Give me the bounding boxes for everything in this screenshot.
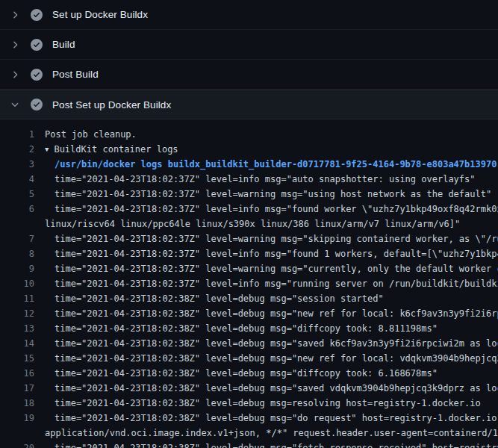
steps-list: Set up Docker BuildxBuildPost BuildPost … xyxy=(0,0,498,119)
line-number[interactable]: 13 xyxy=(0,321,45,336)
log-line: 19time="2021-04-23T18:02:38Z" level=debu… xyxy=(0,411,498,426)
log-line: 4time="2021-04-23T18:02:37Z" level=info … xyxy=(0,172,498,187)
log-text: time="2021-04-23T18:02:38Z" level=debug … xyxy=(45,306,498,321)
log-line: 12time="2021-04-23T18:02:38Z" level=debu… xyxy=(0,306,498,321)
log-text: time="2021-04-23T18:02:38Z" level=debug … xyxy=(45,291,498,306)
log-command-text: /usr/bin/docker logs buildx_buildkit_bui… xyxy=(45,157,498,172)
log-line: 7time="2021-04-23T18:02:37Z" level=warni… xyxy=(0,231,498,246)
log-text: time="2021-04-23T18:02:37Z" level=warnin… xyxy=(45,187,498,202)
log-text: time="2021-04-23T18:02:37Z" level=info m… xyxy=(45,172,498,187)
log-line: 9time="2021-04-23T18:02:37Z" level=warni… xyxy=(0,261,498,276)
line-number[interactable]: 16 xyxy=(0,366,45,381)
line-number[interactable]: 7 xyxy=(0,231,45,246)
step-label: Post Build xyxy=(52,69,99,80)
log-line: 6time="2021-04-23T18:02:37Z" level=info … xyxy=(0,202,498,217)
log-text: time="2021-04-23T18:02:38Z" level=debug … xyxy=(45,396,498,411)
log-text: linux/riscv64 linux/ppc64le linux/s390x … xyxy=(45,217,498,231)
step-label: Post Set up Docker Buildx xyxy=(52,99,171,111)
line-number[interactable]: 8 xyxy=(0,246,45,261)
step-label: Set up Docker Buildx xyxy=(52,9,148,20)
line-number xyxy=(0,426,45,441)
check-circle-icon xyxy=(31,39,43,51)
line-number[interactable]: 10 xyxy=(0,276,45,291)
step-row-build[interactable]: Build xyxy=(0,30,498,60)
chevron-right-icon[interactable] xyxy=(9,39,21,51)
log-line: 15time="2021-04-23T18:02:38Z" level=debu… xyxy=(0,351,498,366)
step-row-set-up-docker-buildx[interactable]: Set up Docker Buildx xyxy=(0,0,498,30)
line-number[interactable]: 15 xyxy=(0,351,45,366)
line-number[interactable]: 14 xyxy=(0,336,45,351)
line-number[interactable]: 11 xyxy=(0,291,45,306)
log-line: 8time="2021-04-23T18:02:37Z" level=info … xyxy=(0,246,498,261)
log-text: time="2021-04-23T18:02:38Z" level=debug … xyxy=(45,441,498,448)
line-number[interactable]: 4 xyxy=(0,172,45,187)
log-text: application/vnd.oci.image.index.v1+json,… xyxy=(45,426,498,441)
chevron-right-icon[interactable] xyxy=(9,9,21,21)
line-number[interactable]: 12 xyxy=(0,306,45,321)
log-text: time="2021-04-23T18:02:38Z" level=debug … xyxy=(45,321,498,336)
log-text: time="2021-04-23T18:02:37Z" level=info m… xyxy=(45,246,498,261)
log-line-continuation: application/vnd.oci.image.index.v1+json,… xyxy=(0,426,498,441)
line-number[interactable]: 17 xyxy=(0,381,45,396)
log-line: 16time="2021-04-23T18:02:38Z" level=debu… xyxy=(0,366,498,381)
log-line: 14time="2021-04-23T18:02:38Z" level=debu… xyxy=(0,336,498,351)
line-number[interactable]: 19 xyxy=(0,411,45,426)
log-text: Post job cleanup. xyxy=(45,127,498,142)
log-line: 2▼BuildKit container logs xyxy=(0,142,498,157)
log-text: time="2021-04-23T18:02:38Z" level=debug … xyxy=(45,351,498,366)
log-line: 3/usr/bin/docker logs buildx_buildkit_bu… xyxy=(0,157,498,172)
log-line: 11time="2021-04-23T18:02:38Z" level=debu… xyxy=(0,291,498,306)
step-row-post-build[interactable]: Post Build xyxy=(0,60,498,90)
log-line: 1Post job cleanup. xyxy=(0,127,498,142)
log-line: 17time="2021-04-23T18:02:38Z" level=debu… xyxy=(0,381,498,396)
log-line: 5time="2021-04-23T18:02:37Z" level=warni… xyxy=(0,187,498,202)
check-circle-icon xyxy=(31,69,43,81)
log-line: 13time="2021-04-23T18:02:38Z" level=debu… xyxy=(0,321,498,336)
line-number xyxy=(0,217,45,231)
line-number[interactable]: 3 xyxy=(0,157,45,172)
log-text: time="2021-04-23T18:02:38Z" level=debug … xyxy=(45,336,498,351)
log-line-continuation: linux/riscv64 linux/ppc64le linux/s390x … xyxy=(0,217,498,231)
line-number[interactable]: 1 xyxy=(0,127,45,142)
log-text: time="2021-04-23T18:02:38Z" level=debug … xyxy=(45,366,498,381)
line-number[interactable]: 18 xyxy=(0,396,45,411)
chevron-right-icon[interactable] xyxy=(9,69,21,81)
line-number[interactable]: 2 xyxy=(0,142,45,157)
actions-log-panel: Set up Docker BuildxBuildPost BuildPost … xyxy=(0,0,498,448)
log-text: time="2021-04-23T18:02:37Z" level=info m… xyxy=(45,202,498,217)
log-line: 10time="2021-04-23T18:02:37Z" level=info… xyxy=(0,276,498,291)
line-number[interactable]: 9 xyxy=(0,261,45,276)
step-label: Build xyxy=(52,39,75,50)
check-circle-icon xyxy=(31,99,43,111)
log-text: time="2021-04-23T18:02:37Z" level=warnin… xyxy=(45,261,498,276)
log-line: 18time="2021-04-23T18:02:38Z" level=debu… xyxy=(0,396,498,411)
log-viewer: 1Post job cleanup.2▼BuildKit container l… xyxy=(0,119,498,448)
log-text: time="2021-04-23T18:02:37Z" level=warnin… xyxy=(45,231,498,246)
log-text: time="2021-04-23T18:02:38Z" level=debug … xyxy=(45,411,498,426)
check-circle-icon xyxy=(31,9,43,21)
step-row-post-set-up-docker-buildx[interactable]: Post Set up Docker Buildx xyxy=(0,90,498,119)
log-text: time="2021-04-23T18:02:38Z" level=debug … xyxy=(45,381,498,396)
log-text[interactable]: ▼BuildKit container logs xyxy=(45,142,498,157)
chevron-down-icon[interactable] xyxy=(9,99,21,111)
line-number[interactable]: 6 xyxy=(0,202,45,217)
line-number[interactable]: 20 xyxy=(0,441,45,448)
group-toggle-caret-icon[interactable]: ▼ xyxy=(45,142,49,157)
log-text: time="2021-04-23T18:02:37Z" level=info m… xyxy=(45,276,498,291)
log-line: 20time="2021-04-23T18:02:38Z" level=debu… xyxy=(0,441,498,448)
line-number[interactable]: 5 xyxy=(0,187,45,202)
